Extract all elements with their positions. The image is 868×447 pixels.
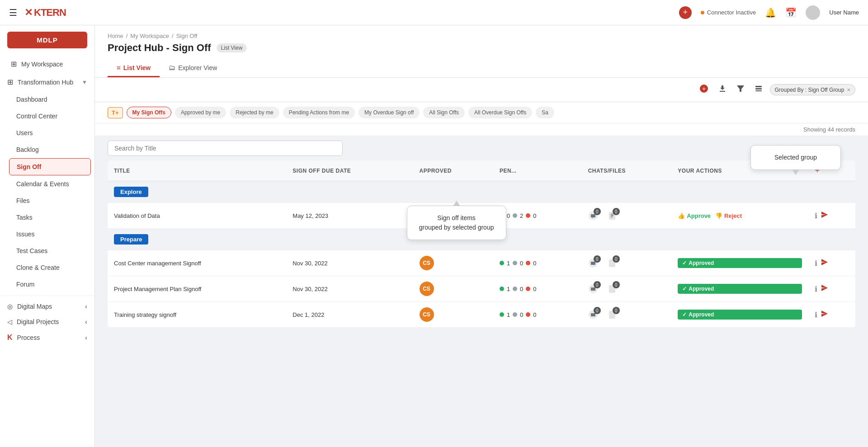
sidebar-item-digital-projects[interactable]: ◁ Digital Projects ‹ <box>0 314 94 329</box>
tab-explorer-view[interactable]: 🗂 Explorer View <box>160 59 226 77</box>
info-button-3[interactable]: ℹ <box>815 285 817 293</box>
sidebar-item-calendar-events[interactable]: Calendar & Events <box>9 176 91 192</box>
dot-green-count: 1 <box>507 260 510 267</box>
send-button-3[interactable] <box>821 284 828 293</box>
download-icon <box>718 85 726 93</box>
cell-pending: 1 0 0 <box>493 250 582 276</box>
info-button-4[interactable]: ℹ <box>815 311 817 319</box>
approve-button[interactable]: 👍 Approve <box>678 212 711 219</box>
cell-chats-files: 0 0 <box>582 250 672 276</box>
digital-projects-icon: ◁ <box>7 318 12 325</box>
approved-label: Approved <box>689 260 714 266</box>
chat-icon-wrap-2: 0 <box>588 258 598 268</box>
content-area: Home / My Workspace / Sign Off Project H… <box>95 25 868 447</box>
filter-all-overdue[interactable]: All Overdue Sign Offs <box>468 107 532 118</box>
bell-icon[interactable]: 🔔 <box>765 7 776 18</box>
toolbar-download-button[interactable] <box>716 83 729 97</box>
connector-label: Connector Inactive <box>707 9 756 16</box>
file-count-3: 0 <box>613 281 620 288</box>
sidebar-item-sign-off[interactable]: Sign Off <box>9 158 91 175</box>
reject-button[interactable]: 👎 Reject <box>715 212 742 219</box>
group-badge-explore: Explore <box>114 187 148 197</box>
logo-text: KTERN <box>34 7 66 19</box>
menu-icon[interactable]: ☰ <box>9 7 17 18</box>
toolbar-layers-button[interactable] <box>752 83 765 97</box>
callout-sign-off-items-text: Sign off itemsgrouped by selected group <box>419 214 494 231</box>
col-approved: Approved <box>413 160 493 181</box>
explorer-view-icon: 🗂 <box>169 64 175 71</box>
filter-approved-by-me[interactable]: Approved by me <box>175 107 226 118</box>
dot-gray-icon <box>513 287 517 291</box>
filter-my-overdue[interactable]: My Overdue Sign off <box>359 107 420 118</box>
dot-gray-count: 0 <box>520 286 523 292</box>
tab-list-view-label: List View <box>123 64 151 71</box>
layers-icon <box>755 85 763 93</box>
sidebar-item-tasks[interactable]: Tasks <box>9 209 91 226</box>
approved-badge-3: ✓ Approved <box>678 310 802 320</box>
toolbar-filter-button[interactable] <box>734 83 747 97</box>
avatar[interactable] <box>806 5 820 20</box>
sidebar-item-label: Test Cases <box>16 247 47 254</box>
dot-red-count: 0 <box>533 260 536 267</box>
top-header: ☰ ✕ KTERN + Connector Inactive 🔔 📅 User … <box>0 0 868 25</box>
filter-my-sign-offs[interactable]: My Sign Offs <box>127 107 171 118</box>
page-view-badge: List View <box>217 43 247 52</box>
filter-sa[interactable]: Sa <box>536 107 554 118</box>
page-title: Project Hub - Sign Off <box>108 42 211 54</box>
info-button[interactable]: ℹ <box>815 212 817 220</box>
breadcrumb-my-workspace[interactable]: My Workspace <box>130 33 169 39</box>
mdlp-button[interactable]: MDLP <box>7 32 87 48</box>
sidebar-item-forum[interactable]: Forum <box>9 276 91 292</box>
filter-all-sign-offs[interactable]: All Sign Offs <box>423 107 465 118</box>
file-icon-wrap: 0 <box>607 211 617 221</box>
dot-green-icon <box>500 287 504 291</box>
dot-gray-count: 0 <box>520 260 523 267</box>
chat-count: 0 <box>594 208 601 215</box>
check-icon: ✓ <box>682 260 687 266</box>
sidebar-item-test-cases[interactable]: Test Cases <box>9 243 91 259</box>
svg-rect-6 <box>755 90 762 91</box>
sidebar-item-dashboard[interactable]: Dashboard <box>9 91 91 108</box>
send-button-2[interactable] <box>821 259 828 268</box>
send-button[interactable] <box>821 211 828 220</box>
file-icon-wrap-3: 0 <box>607 284 617 294</box>
sidebar-item-users[interactable]: Users <box>9 125 91 141</box>
cell-approved: CS <box>413 276 493 302</box>
col-due-date: Sign Off Due Date <box>286 160 413 181</box>
cell-due-date: Nov 30, 2022 <box>286 276 413 302</box>
file-icon-wrap-4: 0 <box>607 310 617 320</box>
tab-list-view[interactable]: ≡ List View <box>108 59 160 77</box>
calendar-icon[interactable]: 📅 <box>785 7 797 18</box>
sidebar-item-control-center[interactable]: Control Center <box>9 108 91 124</box>
header-add-button[interactable]: + <box>679 6 692 19</box>
dot-green-count: 1 <box>507 311 510 318</box>
dot-gray-icon <box>513 261 517 265</box>
sidebar: MDLP ⊞ My Workspace ⊞ Transformation Hub… <box>0 25 95 447</box>
actions-cell: 👍 Approve 👎 Reject <box>678 212 802 219</box>
sidebar-item-transformation-hub[interactable]: ⊞ Transformation Hub ▼ <box>0 73 94 91</box>
breadcrumb-home[interactable]: Home <box>108 33 123 39</box>
dot-red-icon <box>526 287 530 291</box>
filter-pending-actions[interactable]: Pending Actions from me <box>283 107 355 118</box>
sidebar-item-digital-maps[interactable]: ◎ Digital Maps ‹ <box>0 299 94 314</box>
filter-icon <box>736 85 745 93</box>
chat-count-4: 0 <box>594 307 601 314</box>
grouped-by-badge: Grouped By : Sign Off Group × <box>770 84 855 95</box>
sidebar-item-clone-create[interactable]: Clone & Create <box>9 259 91 276</box>
cell-actions-extra-3: ℹ <box>808 276 855 302</box>
sidebar-item-my-workspace[interactable]: ⊞ My Workspace <box>4 55 91 73</box>
sidebar-item-process[interactable]: K Process ‹ <box>0 329 94 346</box>
filter-icon-button[interactable]: T+ <box>108 107 123 118</box>
digital-maps-icon: ◎ <box>7 303 13 310</box>
sidebar-item-files[interactable]: Files <box>9 193 91 209</box>
table-area[interactable]: Selected group Sign off itemsgrouped by … <box>95 136 868 447</box>
toolbar-add-button[interactable]: + <box>697 82 711 97</box>
sidebar-item-issues[interactable]: Issues <box>9 226 91 242</box>
send-button-4[interactable] <box>821 310 828 319</box>
filter-rejected-by-me[interactable]: Rejected by me <box>230 107 279 118</box>
sidebar-item-backlog[interactable]: Backlog <box>9 141 91 158</box>
info-button-2[interactable]: ℹ <box>815 259 817 268</box>
search-input[interactable] <box>108 141 343 156</box>
send-icon-2 <box>821 259 828 266</box>
grouped-close-button[interactable]: × <box>847 86 850 93</box>
